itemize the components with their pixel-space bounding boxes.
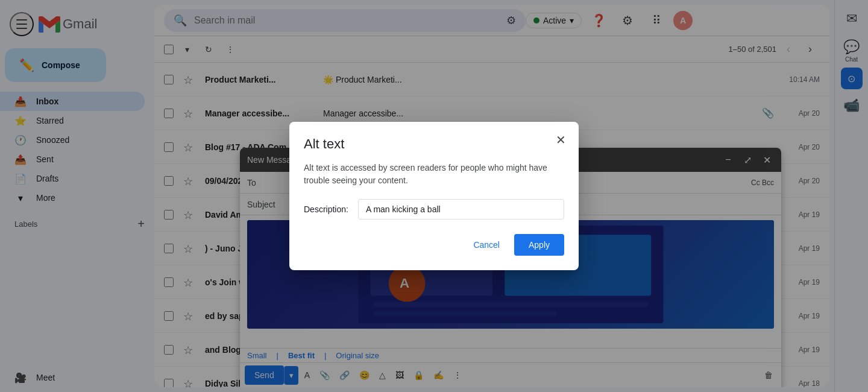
- modal-title: Alt text: [304, 136, 564, 152]
- apply-button[interactable]: Apply: [514, 234, 564, 256]
- modal-close-button[interactable]: ✕: [550, 129, 571, 151]
- cancel-button[interactable]: Cancel: [464, 234, 509, 256]
- modal-actions: Cancel Apply: [304, 234, 564, 256]
- modal-overlay[interactable]: Alt text ✕ Alt text is accessed by scree…: [0, 0, 868, 392]
- modal-description-row: Description:: [304, 199, 564, 220]
- modal-description: Alt text is accessed by screen readers f…: [304, 162, 564, 187]
- alt-text-modal: Alt text ✕ Alt text is accessed by scree…: [289, 122, 579, 270]
- description-input[interactable]: [358, 199, 564, 220]
- description-label: Description:: [304, 204, 348, 214]
